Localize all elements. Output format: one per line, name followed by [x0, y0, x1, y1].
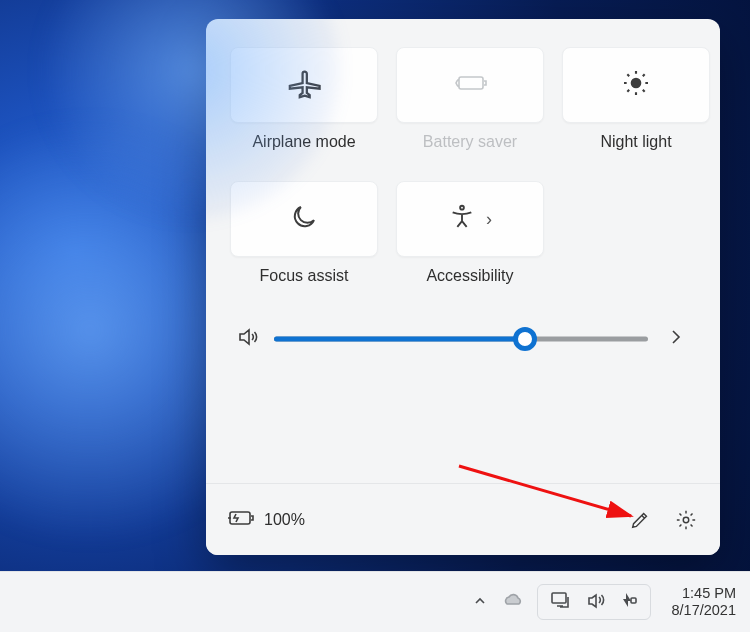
system-tray: 1:45 PM 8/17/2021: [473, 584, 736, 620]
taskbar-date: 8/17/2021: [671, 602, 736, 619]
edit-quick-settings-button[interactable]: [626, 506, 654, 534]
taskbar-time: 1:45 PM: [682, 585, 736, 602]
tile-focus-assist: Focus assist: [230, 181, 378, 307]
airplane-label: Airplane mode: [252, 133, 355, 151]
tile-battery-saver: Battery saver: [396, 47, 544, 173]
quick-settings-panel: Airplane mode Battery saver Night: [206, 19, 720, 555]
accessibility-icon: [448, 203, 476, 235]
battery-status[interactable]: 100%: [226, 508, 305, 532]
quick-settings-footer: 100%: [206, 483, 720, 555]
focus-assist-label: Focus assist: [260, 267, 349, 285]
night-light-label: Night light: [600, 133, 671, 151]
battery-saver-icon: [452, 69, 488, 101]
onedrive-tray-icon[interactable]: [501, 592, 523, 612]
moon-icon: [289, 202, 319, 236]
tile-airplane: Airplane mode: [230, 47, 378, 173]
night-light-icon: [620, 67, 652, 103]
svg-rect-2: [230, 512, 250, 524]
quick-settings-body: Airplane mode Battery saver Night: [206, 19, 720, 483]
tile-accessibility: › Accessibility: [396, 181, 544, 307]
display-tray-icon: [550, 591, 572, 613]
accessibility-label: Accessibility: [426, 267, 513, 285]
volume-expand-button[interactable]: [662, 328, 690, 351]
taskbar: 1:45 PM 8/17/2021: [0, 571, 750, 632]
battery-saver-label: Battery saver: [423, 133, 517, 151]
battery-charging-icon: [226, 508, 256, 532]
volume-tray-icon: [586, 591, 606, 613]
tile-night-light: Night light: [562, 47, 710, 173]
chevron-right-icon: ›: [486, 209, 492, 230]
accessibility-button[interactable]: ›: [396, 181, 544, 257]
svg-point-0: [631, 78, 642, 89]
battery-percent-text: 100%: [264, 511, 305, 529]
volume-slider[interactable]: [274, 327, 648, 351]
volume-row: [230, 325, 696, 353]
svg-point-3: [683, 517, 689, 523]
airplane-mode-button[interactable]: [230, 47, 378, 123]
quick-settings-taskbar-button[interactable]: [537, 584, 651, 620]
taskbar-clock[interactable]: 1:45 PM 8/17/2021: [671, 585, 736, 618]
settings-button[interactable]: [672, 506, 700, 534]
focus-assist-button[interactable]: [230, 181, 378, 257]
speaker-icon: [236, 325, 260, 353]
battery-saver-button: [396, 47, 544, 123]
svg-rect-6: [631, 598, 636, 603]
tray-overflow-button[interactable]: [473, 594, 487, 611]
airplane-icon: [287, 66, 321, 104]
svg-point-1: [460, 206, 464, 210]
svg-rect-5: [552, 593, 566, 603]
quick-settings-tiles: Airplane mode Battery saver Night: [230, 47, 696, 307]
power-tray-icon: [620, 591, 638, 613]
night-light-button[interactable]: [562, 47, 710, 123]
